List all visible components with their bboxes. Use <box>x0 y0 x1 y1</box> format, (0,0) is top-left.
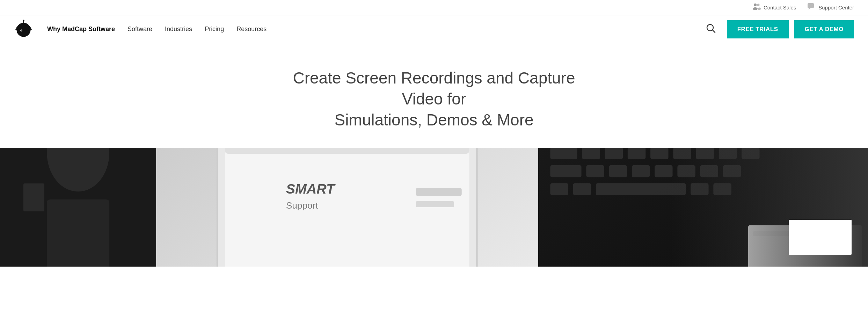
nav-links: Why MadCap Software Software Industries … <box>47 26 267 33</box>
svg-rect-60 <box>748 225 862 267</box>
hero-images: SMART Support <box>0 148 868 267</box>
contact-sales-link[interactable]: Contact Sales <box>752 3 796 12</box>
nav-link-industries[interactable]: Industries <box>165 26 192 33</box>
svg-point-9 <box>21 30 22 31</box>
svg-rect-23 <box>416 188 462 196</box>
search-icon <box>706 23 716 33</box>
svg-rect-54 <box>723 165 741 177</box>
svg-rect-52 <box>677 165 695 177</box>
center-panel-svg: SMART Support <box>156 148 538 267</box>
svg-rect-45 <box>719 148 737 159</box>
right-panel-svg <box>538 148 868 267</box>
contact-sales-icon <box>752 3 761 12</box>
support-center-icon <box>807 3 816 12</box>
svg-rect-61 <box>753 231 825 236</box>
nav-link-software[interactable]: Software <box>127 26 152 33</box>
svg-point-2 <box>757 4 759 6</box>
svg-point-0 <box>754 3 757 6</box>
svg-rect-41 <box>628 148 646 159</box>
nav-right: FREE TRIALS GET A DEMO <box>706 20 854 38</box>
svg-rect-63 <box>753 248 837 252</box>
hero-section: Create Screen Recordings and Capture Vid… <box>0 43 868 148</box>
free-trials-button[interactable]: FREE TRIALS <box>727 20 789 38</box>
svg-rect-46 <box>742 148 760 159</box>
svg-rect-56 <box>573 183 591 195</box>
svg-rect-40 <box>605 148 623 159</box>
left-panel-svg <box>0 148 156 267</box>
svg-rect-51 <box>655 165 673 177</box>
support-center-label: Support Center <box>818 5 854 10</box>
svg-rect-16 <box>47 200 109 267</box>
svg-rect-38 <box>550 148 577 159</box>
svg-line-13 <box>713 30 715 32</box>
hero-image-left <box>0 148 156 267</box>
svg-rect-44 <box>696 148 714 159</box>
svg-rect-4 <box>808 3 814 8</box>
logo[interactable] <box>14 20 33 39</box>
svg-rect-48 <box>586 165 604 177</box>
nav-link-resources[interactable]: Resources <box>236 26 267 33</box>
svg-rect-43 <box>673 148 691 159</box>
svg-rect-39 <box>582 148 600 159</box>
hero-image-center: SMART Support <box>156 148 538 267</box>
nav-link-pricing[interactable]: Pricing <box>205 26 224 33</box>
svg-rect-62 <box>753 240 813 244</box>
hero-title: Create Screen Recordings and Capture Vid… <box>277 68 591 130</box>
svg-rect-47 <box>550 165 581 177</box>
logo-icon <box>14 20 33 39</box>
search-button[interactable] <box>706 23 716 35</box>
svg-rect-53 <box>700 165 718 177</box>
nav-left: Why MadCap Software Software Industries … <box>14 20 267 39</box>
svg-text:SMART: SMART <box>286 181 336 196</box>
svg-rect-58 <box>691 183 709 195</box>
svg-rect-59 <box>713 183 731 195</box>
svg-rect-50 <box>632 165 650 177</box>
contact-sales-label: Contact Sales <box>764 5 796 10</box>
hero-title-line1: Create Screen Recordings and Capture Vid… <box>293 69 575 108</box>
hero-image-right <box>538 148 868 267</box>
support-center-link[interactable]: Support Center <box>807 3 854 12</box>
svg-rect-57 <box>596 183 686 195</box>
svg-marker-5 <box>809 8 811 10</box>
svg-rect-24 <box>416 201 454 207</box>
hero-title-line2: Simulations, Demos & More <box>334 111 533 129</box>
svg-rect-42 <box>650 148 669 159</box>
svg-point-11 <box>23 20 24 21</box>
svg-point-3 <box>758 8 761 10</box>
utility-bar: Contact Sales Support Center <box>0 0 868 15</box>
svg-rect-20 <box>225 148 469 154</box>
svg-rect-55 <box>550 183 568 195</box>
svg-text:Support: Support <box>286 201 319 211</box>
svg-rect-49 <box>609 165 627 177</box>
get-demo-button[interactable]: GET A DEMO <box>794 20 854 38</box>
nav-link-why-madcap[interactable]: Why MadCap Software <box>47 26 115 33</box>
svg-point-7 <box>15 28 32 31</box>
svg-point-1 <box>753 7 758 10</box>
main-nav: Why MadCap Software Software Industries … <box>0 15 868 43</box>
